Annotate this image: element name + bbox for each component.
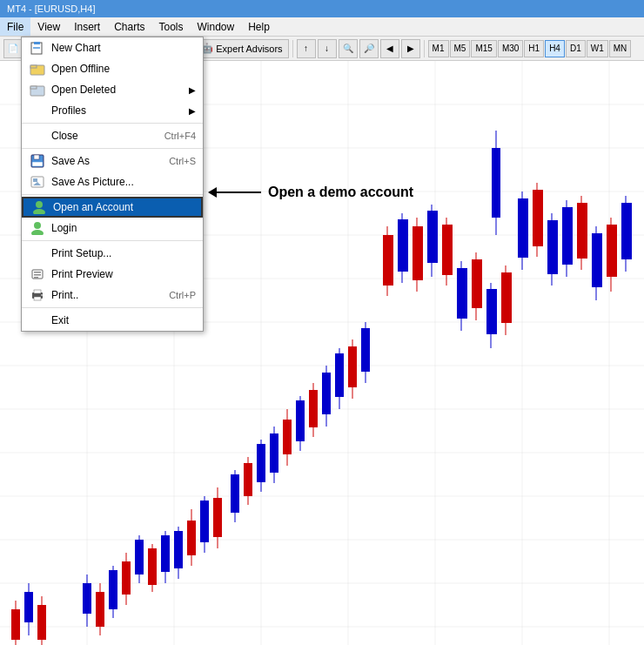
toolbar-scroll-left-btn[interactable]: ◀ bbox=[380, 39, 399, 58]
profiles-label: Profiles bbox=[51, 104, 182, 117]
tf-h1[interactable]: H1 bbox=[524, 40, 544, 57]
title-text: MT4 - [EURUSD,H4] bbox=[7, 3, 95, 14]
svg-rect-36 bbox=[135, 540, 144, 574]
profiles-icon bbox=[29, 103, 46, 118]
svg-rect-126 bbox=[34, 274, 41, 276]
menu-sep-5 bbox=[22, 307, 203, 308]
save-as-label: Save As bbox=[51, 155, 151, 167]
svg-rect-56 bbox=[270, 433, 278, 473]
tf-h4[interactable]: H4 bbox=[545, 40, 565, 57]
svg-point-122 bbox=[34, 222, 41, 229]
close-shortcut: Ctrl+F4 bbox=[164, 131, 196, 141]
svg-rect-40 bbox=[161, 535, 170, 572]
svg-rect-76 bbox=[413, 226, 423, 280]
menu-tools[interactable]: Tools bbox=[152, 17, 191, 36]
menu-item-print[interactable]: Print.. Ctrl+P bbox=[22, 285, 203, 306]
svg-rect-106 bbox=[492, 148, 500, 218]
svg-rect-32 bbox=[109, 570, 117, 609]
menu-insert[interactable]: Insert bbox=[67, 17, 107, 36]
svg-rect-74 bbox=[398, 219, 408, 272]
toolbar-sep4 bbox=[424, 40, 425, 57]
svg-rect-38 bbox=[148, 548, 157, 585]
close-icon bbox=[29, 128, 46, 144]
menu-view[interactable]: View bbox=[30, 17, 67, 36]
menu-item-print-preview[interactable]: Print Preview bbox=[22, 264, 203, 285]
toolbar-expert-advisors-btn[interactable]: 🤖 Expert Advisors bbox=[195, 39, 288, 58]
menu-window[interactable]: Window bbox=[191, 17, 242, 36]
svg-rect-30 bbox=[96, 592, 104, 627]
exit-label: Exit bbox=[51, 314, 196, 326]
svg-rect-70 bbox=[361, 328, 370, 372]
menu-item-exit[interactable]: Exit bbox=[22, 310, 203, 331]
toolbar-chart-up-btn[interactable]: ↑ bbox=[297, 39, 316, 58]
toolbar-new-chart-btn[interactable]: 📄 bbox=[3, 39, 23, 58]
svg-rect-26 bbox=[37, 605, 46, 640]
svg-rect-34 bbox=[122, 561, 131, 595]
tf-m5[interactable]: M5 bbox=[450, 40, 471, 57]
toolbar-zoom-out-btn[interactable]: 🔎 bbox=[359, 39, 379, 58]
open-deleted-label: Open Deleted bbox=[51, 84, 182, 96]
tf-mn[interactable]: MN bbox=[609, 40, 632, 57]
tf-m1[interactable]: M1 bbox=[428, 40, 449, 57]
svg-rect-48 bbox=[213, 498, 222, 537]
menu-item-print-setup[interactable]: Print Setup... bbox=[22, 243, 203, 264]
svg-point-121 bbox=[33, 209, 45, 214]
menu-sep-3 bbox=[22, 194, 203, 195]
svg-rect-44 bbox=[187, 521, 196, 555]
menu-charts[interactable]: Charts bbox=[107, 17, 151, 36]
svg-rect-130 bbox=[34, 297, 41, 300]
svg-rect-66 bbox=[335, 353, 344, 397]
print-preview-icon bbox=[29, 266, 46, 282]
title-bar: MT4 - [EURUSD,H4] bbox=[0, 0, 644, 17]
tf-w1[interactable]: W1 bbox=[587, 40, 608, 57]
open-deleted-arrow: ▶ bbox=[189, 85, 196, 95]
svg-rect-113 bbox=[30, 86, 37, 89]
svg-rect-42 bbox=[174, 531, 183, 568]
menu-item-login[interactable]: Login bbox=[22, 218, 203, 239]
menu-item-profiles[interactable]: Profiles ▶ bbox=[22, 100, 203, 121]
svg-rect-90 bbox=[518, 198, 528, 258]
menu-item-open-deleted[interactable]: Open Deleted ▶ bbox=[22, 79, 203, 100]
svg-rect-84 bbox=[472, 259, 482, 308]
menu-sep-1 bbox=[22, 123, 203, 124]
svg-rect-131 bbox=[41, 294, 43, 296]
svg-rect-98 bbox=[577, 203, 587, 259]
toolbar-zoom-in-btn[interactable]: 🔍 bbox=[339, 39, 358, 58]
toolbar-scroll-right-btn[interactable]: ▶ bbox=[401, 39, 420, 58]
svg-point-123 bbox=[31, 230, 44, 235]
save-as-shortcut: Ctrl+S bbox=[169, 156, 196, 166]
svg-rect-127 bbox=[34, 277, 38, 279]
svg-rect-62 bbox=[309, 390, 318, 427]
toolbar-chart-down-btn[interactable]: ↓ bbox=[318, 39, 337, 58]
menu-item-close[interactable]: Close Ctrl+F4 bbox=[22, 125, 203, 146]
svg-rect-58 bbox=[283, 420, 292, 454]
svg-rect-92 bbox=[533, 190, 543, 246]
save-as-picture-label: Save As Picture... bbox=[51, 176, 196, 188]
menu-file[interactable]: File bbox=[0, 17, 30, 36]
open-account-icon bbox=[30, 199, 48, 215]
svg-rect-118 bbox=[33, 178, 37, 182]
svg-rect-102 bbox=[607, 225, 617, 277]
print-setup-icon bbox=[29, 245, 46, 261]
tf-d1[interactable]: D1 bbox=[566, 40, 586, 57]
print-setup-label: Print Setup... bbox=[51, 247, 196, 259]
svg-rect-22 bbox=[11, 609, 20, 640]
new-chart-icon bbox=[29, 40, 46, 56]
menu-sep-4 bbox=[22, 240, 203, 241]
svg-rect-80 bbox=[442, 225, 453, 275]
svg-rect-111 bbox=[30, 65, 37, 68]
menu-help[interactable]: Help bbox=[241, 17, 277, 36]
svg-rect-125 bbox=[34, 272, 41, 273]
menu-item-open-offline[interactable]: Open Offline bbox=[22, 58, 203, 79]
tf-m15[interactable]: M15 bbox=[471, 40, 496, 57]
menu-item-save-as[interactable]: Save As Ctrl+S bbox=[22, 151, 203, 171]
svg-rect-100 bbox=[592, 233, 602, 287]
menu-item-open-account[interactable]: Open an Account bbox=[22, 197, 203, 218]
tf-m30[interactable]: M30 bbox=[498, 40, 523, 57]
svg-rect-28 bbox=[83, 583, 91, 614]
menu-item-new-chart[interactable]: New Chart bbox=[22, 37, 203, 58]
file-dropdown-menu: New Chart Open Offline Open Deleted ▶ Pr… bbox=[21, 37, 204, 332]
menu-item-save-as-picture[interactable]: Save As Picture... bbox=[22, 171, 203, 192]
svg-rect-88 bbox=[501, 272, 512, 323]
menu-bar: File View Insert Charts Tools Window Hel… bbox=[0, 17, 644, 37]
